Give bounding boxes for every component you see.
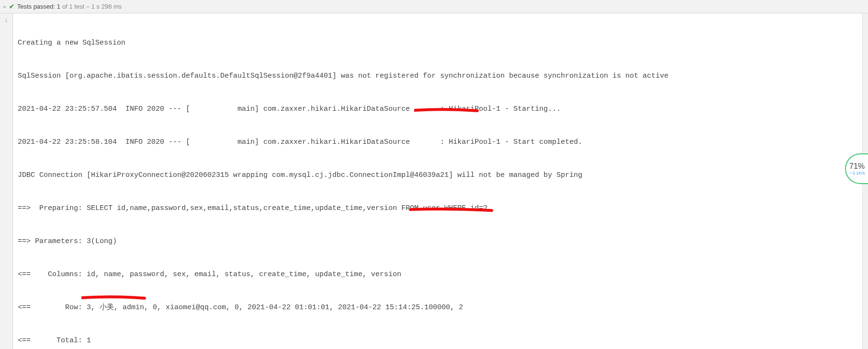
console-output[interactable]: Creating a new SqlSession SqlSession [or… bbox=[13, 13, 868, 349]
log-line: ==> Preparing: SELECT id,name,password,s… bbox=[18, 203, 863, 214]
log-line: ==> Parameters: 3(Long) bbox=[18, 236, 863, 247]
log-line: 2021-04-22 23:25:57.504 INFO 2020 --- [ … bbox=[18, 104, 863, 115]
tests-meta-label: of 1 test – 1 s 298 ms bbox=[62, 3, 122, 10]
speed-rate: ↑ 0.1K/s bbox=[849, 171, 865, 175]
log-line: JDBC Connection [HikariProxyConnection@2… bbox=[18, 170, 863, 181]
log-line: <== Row: 3, 小美, admin, 0, xiaomei@qq.com… bbox=[18, 302, 863, 313]
log-line: <== Total: 1 bbox=[18, 335, 863, 346]
log-line: Creating a new SqlSession bbox=[18, 37, 863, 48]
log-line: <== Columns: id, name, password, sex, em… bbox=[18, 269, 863, 280]
log-line: 2021-04-22 23:25:58.104 INFO 2020 --- [ … bbox=[18, 137, 863, 148]
log-line: SqlSession [org.apache.ibatis.session.de… bbox=[18, 70, 863, 81]
check-icon: ✔ bbox=[9, 3, 14, 10]
speed-percent: 71% bbox=[849, 162, 865, 171]
console-gutter: ↓ bbox=[0, 13, 13, 349]
scroll-down-icon[interactable]: ↓ bbox=[5, 16, 8, 23]
test-status-bar: » ✔ Tests passed: 1 of 1 test – 1 s 298 … bbox=[0, 0, 868, 13]
chevron-right-icon: » bbox=[3, 3, 6, 10]
tests-passed-label: Tests passed: 1 bbox=[17, 3, 60, 10]
